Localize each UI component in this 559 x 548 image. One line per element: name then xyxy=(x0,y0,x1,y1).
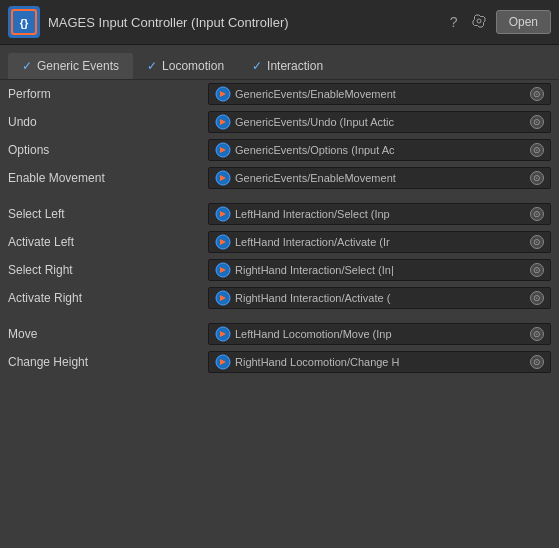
row-label-select-right: Select Right xyxy=(8,263,208,277)
row-circle-btn-options[interactable]: ⊙ xyxy=(530,143,544,157)
header-tabs: ✓ Generic Events ✓ Locomotion ✓ Interact… xyxy=(0,45,559,80)
row-value-text-perform: GenericEvents/EnableMovement xyxy=(235,88,526,100)
action-ref-icon xyxy=(215,206,231,222)
svg-text:{}: {} xyxy=(20,17,29,29)
row-circle-btn-change-height[interactable]: ⊙ xyxy=(530,355,544,369)
row-circle-btn-perform[interactable]: ⊙ xyxy=(530,87,544,101)
row-value-activate-right[interactable]: RightHand Interaction/Activate (⊙ xyxy=(208,287,551,309)
mages-logo-icon: {} xyxy=(8,6,40,38)
title-bar: {} MAGES Input Controller (Input Control… xyxy=(0,0,559,45)
row-value-change-height[interactable]: RightHand Locomotion/Change H⊙ xyxy=(208,351,551,373)
action-ref-icon xyxy=(215,86,231,102)
action-ref-icon xyxy=(215,234,231,250)
row-label-undo: Undo xyxy=(8,115,208,129)
row-value-text-select-left: LeftHand Interaction/Select (Inp xyxy=(235,208,526,220)
row-value-undo[interactable]: GenericEvents/Undo (Input Actic⊙ xyxy=(208,111,551,133)
window-title: MAGES Input Controller (Input Controller… xyxy=(48,15,438,30)
tab-locomotion-label: Locomotion xyxy=(162,59,224,73)
row-label-enable-movement: Enable Movement xyxy=(8,171,208,185)
row-circle-btn-move[interactable]: ⊙ xyxy=(530,327,544,341)
row-value-text-move: LeftHand Locomotion/Move (Inp xyxy=(235,328,526,340)
row-separator xyxy=(0,192,559,200)
tab-generic-events[interactable]: ✓ Generic Events xyxy=(8,53,133,79)
row-circle-btn-select-right[interactable]: ⊙ xyxy=(530,263,544,277)
action-ref-icon xyxy=(215,290,231,306)
table-row: UndoGenericEvents/Undo (Input Actic⊙ xyxy=(0,108,559,136)
action-ref-icon xyxy=(215,262,231,278)
tab-interaction-label: Interaction xyxy=(267,59,323,73)
table-row: Activate LeftLeftHand Interaction/Activa… xyxy=(0,228,559,256)
tab-generic-events-label: Generic Events xyxy=(37,59,119,73)
row-value-text-options: GenericEvents/Options (Input Ac xyxy=(235,144,526,156)
table-row: MoveLeftHand Locomotion/Move (Inp⊙ xyxy=(0,320,559,348)
action-ref-icon xyxy=(215,170,231,186)
row-value-activate-left[interactable]: LeftHand Interaction/Activate (Ir⊙ xyxy=(208,231,551,253)
table-row: Activate RightRightHand Interaction/Acti… xyxy=(0,284,559,312)
row-value-select-left[interactable]: LeftHand Interaction/Select (Inp⊙ xyxy=(208,203,551,225)
locomotion-check-icon: ✓ xyxy=(147,59,157,73)
content-area: PerformGenericEvents/EnableMovement⊙Undo… xyxy=(0,80,559,376)
row-circle-btn-activate-left[interactable]: ⊙ xyxy=(530,235,544,249)
settings-button[interactable] xyxy=(468,12,490,33)
row-value-select-right[interactable]: RightHand Interaction/Select (In|⊙ xyxy=(208,259,551,281)
open-button[interactable]: Open xyxy=(496,10,551,34)
row-value-text-change-height: RightHand Locomotion/Change H xyxy=(235,356,526,368)
row-label-move: Move xyxy=(8,327,208,341)
action-ref-icon xyxy=(215,326,231,342)
row-value-text-undo: GenericEvents/Undo (Input Actic xyxy=(235,116,526,128)
tab-locomotion[interactable]: ✓ Locomotion xyxy=(133,53,238,79)
row-label-select-left: Select Left xyxy=(8,207,208,221)
title-bar-actions: ? Open xyxy=(446,10,551,34)
action-ref-icon xyxy=(215,114,231,130)
row-label-options: Options xyxy=(8,143,208,157)
svg-point-3 xyxy=(477,19,481,23)
interaction-check-icon: ✓ xyxy=(252,59,262,73)
help-button[interactable]: ? xyxy=(446,12,462,32)
settings-icon xyxy=(472,14,486,28)
action-ref-icon xyxy=(215,354,231,370)
table-row: Select RightRightHand Interaction/Select… xyxy=(0,256,559,284)
row-label-perform: Perform xyxy=(8,87,208,101)
row-value-text-select-right: RightHand Interaction/Select (In| xyxy=(235,264,526,276)
table-row: Enable MovementGenericEvents/EnableMovem… xyxy=(0,164,559,192)
generic-events-check-icon: ✓ xyxy=(22,59,32,73)
table-row: PerformGenericEvents/EnableMovement⊙ xyxy=(0,80,559,108)
row-value-move[interactable]: LeftHand Locomotion/Move (Inp⊙ xyxy=(208,323,551,345)
row-value-text-activate-right: RightHand Interaction/Activate ( xyxy=(235,292,526,304)
table-row: OptionsGenericEvents/Options (Input Ac⊙ xyxy=(0,136,559,164)
action-ref-icon xyxy=(215,142,231,158)
row-circle-btn-activate-right[interactable]: ⊙ xyxy=(530,291,544,305)
row-label-activate-left: Activate Left xyxy=(8,235,208,249)
row-value-enable-movement[interactable]: GenericEvents/EnableMovement⊙ xyxy=(208,167,551,189)
row-value-text-enable-movement: GenericEvents/EnableMovement xyxy=(235,172,526,184)
tab-interaction[interactable]: ✓ Interaction xyxy=(238,53,337,79)
row-circle-btn-undo[interactable]: ⊙ xyxy=(530,115,544,129)
row-circle-btn-select-left[interactable]: ⊙ xyxy=(530,207,544,221)
table-row: Select LeftLeftHand Interaction/Select (… xyxy=(0,200,559,228)
row-value-perform[interactable]: GenericEvents/EnableMovement⊙ xyxy=(208,83,551,105)
row-value-text-activate-left: LeftHand Interaction/Activate (Ir xyxy=(235,236,526,248)
row-circle-btn-enable-movement[interactable]: ⊙ xyxy=(530,171,544,185)
row-label-activate-right: Activate Right xyxy=(8,291,208,305)
table-row: Change HeightRightHand Locomotion/Change… xyxy=(0,348,559,376)
row-separator xyxy=(0,312,559,320)
row-value-options[interactable]: GenericEvents/Options (Input Ac⊙ xyxy=(208,139,551,161)
row-label-change-height: Change Height xyxy=(8,355,208,369)
